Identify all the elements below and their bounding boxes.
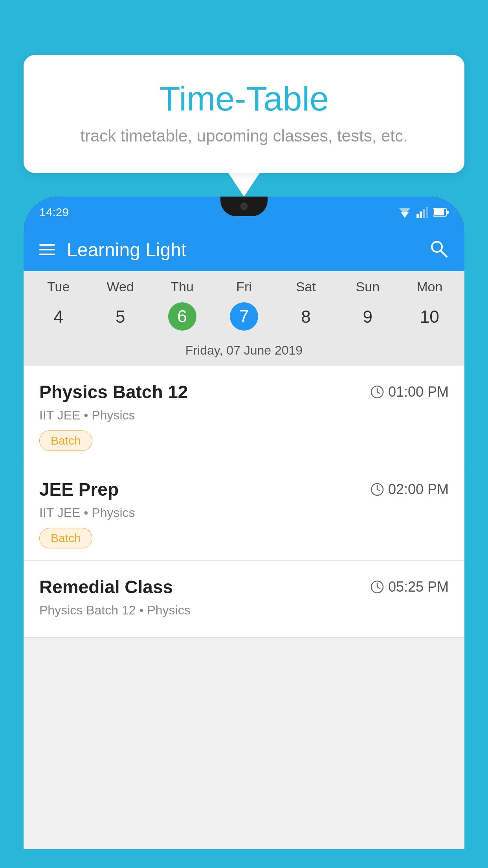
day-wed: Wed bbox=[89, 279, 151, 294]
status-icons bbox=[398, 207, 449, 218]
signal-icon bbox=[416, 207, 428, 218]
event-header-3: Remedial Class 05:25 PM bbox=[39, 576, 449, 598]
phone-screen: Learning Light Tue Wed Thu Fri Sat bbox=[24, 228, 464, 849]
svg-line-10 bbox=[441, 251, 447, 257]
date-5[interactable]: 5 bbox=[89, 302, 151, 331]
status-bar: 14:29 bbox=[24, 197, 464, 228]
day-thu: Thu bbox=[151, 279, 213, 294]
svg-rect-7 bbox=[434, 209, 444, 215]
event-time-2: 02:00 PM bbox=[370, 481, 449, 498]
batch-badge-1: Batch bbox=[39, 430, 92, 451]
app-header: Learning Light bbox=[24, 228, 464, 271]
svg-line-19 bbox=[377, 587, 380, 588]
event-header-1: Physics Batch 12 01:00 PM bbox=[39, 381, 449, 403]
speech-bubble-container: Time-Table track timetable, upcoming cla… bbox=[24, 55, 464, 197]
event-time-1: 01:00 PM bbox=[370, 384, 449, 400]
phone-container: 14:29 bbox=[24, 197, 464, 868]
event-item-3[interactable]: Remedial Class 05:25 PM Physics Batch 12… bbox=[24, 561, 464, 638]
svg-rect-3 bbox=[420, 211, 422, 218]
search-icon bbox=[429, 239, 449, 259]
svg-rect-8 bbox=[447, 211, 449, 214]
event-name-1: Physics Batch 12 bbox=[39, 381, 188, 403]
hamburger-line-1 bbox=[39, 244, 55, 246]
date-8[interactable]: 8 bbox=[275, 302, 337, 331]
speech-bubble-arrow bbox=[228, 173, 260, 197]
svg-rect-2 bbox=[416, 214, 419, 218]
event-subtitle-1: IIT JEE • Physics bbox=[39, 408, 449, 423]
app-header-left: Learning Light bbox=[39, 239, 186, 261]
date-10[interactable]: 10 bbox=[399, 302, 460, 331]
day-sat: Sat bbox=[275, 279, 337, 294]
speech-bubble: Time-Table track timetable, upcoming cla… bbox=[24, 55, 464, 173]
event-name-3: Remedial Class bbox=[39, 576, 173, 598]
phone-frame: 14:29 bbox=[24, 197, 464, 849]
day-sun: Sun bbox=[337, 279, 398, 294]
event-item-2[interactable]: JEE Prep 02:00 PM IIT JEE • Physics Batc… bbox=[24, 463, 464, 561]
date-7-selected[interactable]: 7 bbox=[230, 302, 258, 331]
day-tue: Tue bbox=[28, 279, 89, 294]
hamburger-line-3 bbox=[39, 254, 55, 255]
phone-notch bbox=[220, 197, 268, 216]
svg-rect-5 bbox=[426, 207, 428, 218]
clock-icon-2 bbox=[370, 482, 384, 497]
camera-dot bbox=[240, 203, 248, 210]
calendar-section: Tue Wed Thu Fri Sat Sun Mon 4 5 6 7 8 9 … bbox=[24, 271, 464, 366]
clock-icon-1 bbox=[370, 385, 384, 399]
calendar-dates: 4 5 6 7 8 9 10 bbox=[24, 298, 464, 339]
date-9[interactable]: 9 bbox=[337, 302, 398, 331]
date-6-today[interactable]: 6 bbox=[168, 302, 196, 331]
date-4[interactable]: 4 bbox=[28, 302, 89, 331]
bubble-title: Time-Table bbox=[55, 79, 433, 119]
event-name-2: JEE Prep bbox=[39, 479, 119, 500]
event-header-2: JEE Prep 02:00 PM bbox=[39, 479, 449, 500]
event-item-1[interactable]: Physics Batch 12 01:00 PM IIT JEE • Phys… bbox=[24, 366, 464, 463]
hamburger-line-2 bbox=[39, 249, 55, 250]
batch-badge-2: Batch bbox=[39, 528, 92, 548]
day-fri: Fri bbox=[213, 279, 275, 294]
event-subtitle-2: IIT JEE • Physics bbox=[39, 506, 449, 520]
event-time-text-3: 05:25 PM bbox=[388, 579, 449, 595]
event-time-text-1: 01:00 PM bbox=[388, 384, 449, 400]
calendar-days-header: Tue Wed Thu Fri Sat Sun Mon bbox=[24, 271, 464, 298]
battery-icon bbox=[433, 208, 449, 217]
wifi-icon bbox=[398, 207, 412, 218]
clock-icon-3 bbox=[370, 580, 384, 594]
svg-line-13 bbox=[377, 392, 380, 394]
svg-line-16 bbox=[377, 489, 380, 491]
hamburger-menu-button[interactable] bbox=[39, 244, 55, 255]
event-time-3: 05:25 PM bbox=[370, 579, 449, 595]
status-time: 14:29 bbox=[39, 206, 69, 219]
bubble-subtitle: track timetable, upcoming classes, tests… bbox=[55, 127, 433, 145]
events-list: Physics Batch 12 01:00 PM IIT JEE • Phys… bbox=[24, 366, 464, 638]
search-button[interactable] bbox=[429, 239, 449, 260]
selected-date-label: Friday, 07 June 2019 bbox=[24, 339, 464, 366]
event-subtitle-3: Physics Batch 12 • Physics bbox=[39, 603, 449, 618]
app-title: Learning Light bbox=[67, 239, 186, 261]
day-mon: Mon bbox=[399, 279, 460, 294]
event-time-text-2: 02:00 PM bbox=[388, 481, 449, 498]
svg-rect-4 bbox=[423, 209, 425, 218]
svg-marker-1 bbox=[399, 208, 410, 215]
